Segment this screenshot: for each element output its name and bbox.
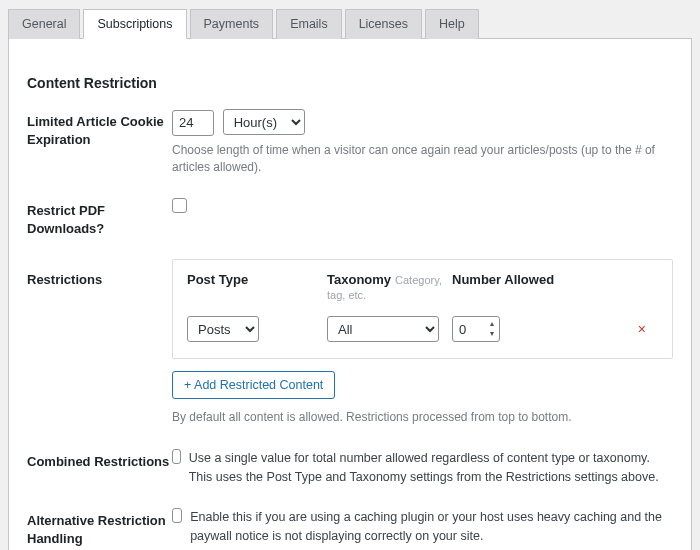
post-type-select[interactable]: PostsPages bbox=[187, 316, 259, 342]
remove-row-icon[interactable]: × bbox=[638, 321, 646, 337]
section-title: Content Restriction bbox=[27, 75, 673, 91]
settings-panel: Content Restriction Limited Article Cook… bbox=[8, 39, 692, 550]
cookie-value-input[interactable] bbox=[172, 110, 214, 136]
row-alt-restriction: Alternative Restriction Handling Enable … bbox=[27, 508, 673, 547]
label-restrictions: Restrictions bbox=[27, 259, 172, 289]
col-header-number-allowed: Number Allowed bbox=[452, 272, 582, 302]
restrictions-desc: By default all content is allowed. Restr… bbox=[172, 409, 673, 426]
tab-emails[interactable]: Emails bbox=[276, 9, 342, 39]
add-restricted-content-button[interactable]: + Add Restricted Content bbox=[172, 371, 335, 399]
restrictions-table: Post Type TaxonomyCategory, tag, etc. Nu… bbox=[172, 259, 673, 359]
label-restrict-pdf: Restrict PDF Downloads? bbox=[27, 198, 172, 237]
number-stepper[interactable]: ▲▼ bbox=[486, 318, 498, 338]
combined-restrictions-checkbox[interactable] bbox=[172, 449, 181, 464]
label-alt-restriction: Alternative Restriction Handling bbox=[27, 508, 172, 547]
alt-restriction-checkbox[interactable] bbox=[172, 508, 182, 523]
restrict-pdf-checkbox[interactable] bbox=[172, 198, 187, 213]
taxonomy-select[interactable]: All bbox=[327, 316, 439, 342]
tab-licenses[interactable]: Licenses bbox=[345, 9, 422, 39]
cookie-desc: Choose length of time when a visitor can… bbox=[172, 142, 673, 177]
tab-payments[interactable]: Payments bbox=[190, 9, 274, 39]
row-restrictions: Restrictions Post Type TaxonomyCategory,… bbox=[27, 259, 673, 426]
row-cookie-expiration: Limited Article Cookie Expiration Hour(s… bbox=[27, 109, 673, 176]
cookie-unit-select[interactable]: Hour(s)Day(s)Week(s) bbox=[223, 109, 305, 135]
row-restrict-pdf: Restrict PDF Downloads? bbox=[27, 198, 673, 237]
combined-restrictions-text: Use a single value for total number allo… bbox=[189, 449, 673, 487]
col-header-taxonomy: TaxonomyCategory, tag, etc. bbox=[327, 272, 452, 302]
col-header-post-type: Post Type bbox=[187, 272, 327, 302]
tab-subscriptions[interactable]: Subscriptions bbox=[83, 9, 186, 39]
tab-general[interactable]: General bbox=[8, 9, 80, 39]
tab-help[interactable]: Help bbox=[425, 9, 479, 39]
label-combined-restrictions: Combined Restrictions bbox=[27, 449, 172, 471]
alt-restriction-text: Enable this if you are using a caching p… bbox=[190, 508, 673, 546]
tab-bar: GeneralSubscriptionsPaymentsEmailsLicens… bbox=[8, 8, 692, 39]
label-cookie-expiration: Limited Article Cookie Expiration bbox=[27, 109, 172, 148]
row-combined-restrictions: Combined Restrictions Use a single value… bbox=[27, 449, 673, 487]
restriction-row: PostsPages All ▲▼ × bbox=[187, 316, 658, 342]
